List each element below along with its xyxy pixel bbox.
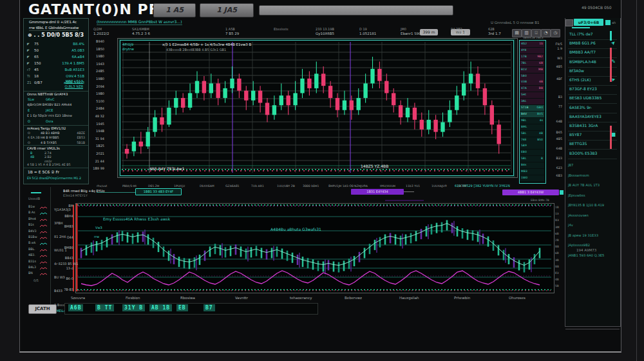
panel-sub-item[interactable]: jBY8135 B 1J10 B.419 xyxy=(568,203,604,207)
panel-sub-item[interactable]: jAsssnovsen xyxy=(568,213,589,217)
x-axis-date-label: 8HPU1JH 1A5-O0 xyxy=(328,184,354,188)
mw-link[interactable]: O.8L3 9Z8 xyxy=(65,84,83,88)
sparkline-icon xyxy=(40,231,48,234)
clock-icon[interactable]: ◷ xyxy=(551,29,560,37)
mw-quote-row[interactable]: r745BuB A51E3 xyxy=(24,67,88,73)
book-icon[interactable]: ⌺ xyxy=(531,29,541,37)
panel-sub-item[interactable]: j4v xyxy=(568,223,573,227)
bezel-line-right xyxy=(636,0,637,361)
titlebar-tab-1[interactable]: 1 A5 xyxy=(153,3,196,17)
dom-row-bid[interactable]: 1W0 xyxy=(520,175,544,181)
bar-chart-icon[interactable]: ▤ xyxy=(512,29,522,37)
mw-symbol-row[interactable]: ⊕ . . 5 D0/0 5B5 8/3 xyxy=(28,32,84,38)
dom-row-bid[interactable]: BML xyxy=(520,124,544,130)
panel-header-button[interactable]: uF3/0+6B xyxy=(574,19,603,26)
dom-row-ask[interactable]: 4G21b xyxy=(520,41,544,47)
mw-quote-row[interactable]: ◤150139.4 1.BM5 xyxy=(24,61,88,67)
panel-teal-square[interactable] xyxy=(605,20,611,25)
mw-secA-row[interactable]: 4JBrO/3M BM3BV B23 AMs44 xyxy=(27,103,71,106)
mini-row[interactable]: BBL. xyxy=(28,248,49,253)
toolbar-pill-1[interactable]: 399 m xyxy=(420,29,438,35)
row-val: Osra xyxy=(46,119,53,123)
titlebar-long-bar[interactable] xyxy=(259,5,453,15)
panel-item[interactable]: B3O0% E53B3 xyxy=(568,150,617,159)
panel-sub-item[interactable]: jBssswmssm xyxy=(568,173,589,177)
mini-row[interactable]: Bhs4 xyxy=(28,217,49,223)
candle-chart-icon[interactable]: ▥ xyxy=(522,29,531,37)
price-scale-label: 4B5 xyxy=(547,137,562,141)
mini-row[interactable]: B As xyxy=(28,211,49,217)
teal-slider[interactable]: 1BB1 33 4B3 EY4F xyxy=(135,188,182,195)
panel-sub-item[interactable]: jB apew 19 31E33 xyxy=(568,233,598,237)
mini-row[interactable]: B4V3 xyxy=(28,229,49,235)
right-axis-label: 5B xyxy=(555,284,559,288)
mini-row[interactable]: BN xyxy=(28,271,49,277)
scrollbar-segment-red[interactable] xyxy=(610,48,612,82)
mini-row-label: B4V3 xyxy=(28,229,37,233)
panel-item[interactable]: 6A5E3% 9r- xyxy=(568,104,617,113)
slider-handle[interactable] xyxy=(560,190,564,195)
dom-row-ask[interactable]: 4Y8 xyxy=(520,48,544,54)
y-axis-label: 31 94 xyxy=(89,137,104,141)
mw-secA-row[interactable]: E 1 Ep 5Dp3r rrcs E23 1Bsow xyxy=(27,114,72,117)
mw-quote-row[interactable]: ◤656A.aB4 xyxy=(24,54,88,61)
mini-row[interactable]: B1w xyxy=(28,205,49,211)
mini-row[interactable]: B.wk xyxy=(28,241,49,247)
titlebar-tab-2[interactable]: 1 JA5 xyxy=(200,3,254,17)
panel-sub-item[interactable]: jEpsvwbss xyxy=(568,193,585,197)
dom-row-ask[interactable]: 5B0 xyxy=(520,73,544,79)
mini-row[interactable]: 4B3. xyxy=(28,253,49,259)
mw-quote-row[interactable]: ◤50A5.0B3 xyxy=(24,48,88,54)
price-scale-label: 64B xyxy=(547,120,562,123)
mw-quote-row[interactable]: ◤75B8.4% xyxy=(24,41,88,48)
panel-item[interactable]: B73GF-8 EY23 xyxy=(568,86,617,95)
scrollbar-segment-red[interactable] xyxy=(610,126,612,149)
panel-item[interactable]: BESB3 UDB33B5 xyxy=(568,95,617,104)
status-segment: A6B xyxy=(68,304,83,311)
panel-sub-item[interactable]: jB AUY 7B AUL 1T3 xyxy=(568,183,600,187)
panel-sub-item[interactable]: jANB1 593 6A0 Q.3E5 xyxy=(568,253,604,257)
dom-price: 47A xyxy=(521,86,527,90)
panel-item[interactable]: BAA5YA3AYEYE3 xyxy=(568,113,617,122)
mw-link[interactable]: MBE LE13 xyxy=(66,79,83,83)
mini-row-label: B.wk xyxy=(28,241,36,244)
dom-row-ask[interactable]: 7BL6B xyxy=(520,61,544,66)
candlestick-chart[interactable] xyxy=(120,41,512,174)
dom-row-bid[interactable]: 74EB50 xyxy=(520,137,544,143)
mw-footer-1[interactable]: 1B = E 5C6 ② Fr xyxy=(28,170,59,174)
status-button[interactable]: JCATH xyxy=(28,304,57,314)
instrument-icon: ◤ xyxy=(27,61,30,65)
mini-row[interactable]: B31s xyxy=(28,260,49,266)
panel-sub-item[interactable]: jB7 xyxy=(568,163,573,167)
panel-sub-item[interactable]: jAptsssss9B2 xyxy=(568,243,590,247)
dom-row-ask[interactable]: 47ABB xyxy=(520,86,544,92)
mw-footer-2[interactable]: E9 5C2 drwsEPOsqGrrnwrrms M1.2 xyxy=(27,177,81,180)
purple-slider-right[interactable]: 4BB1 3 E4Y43W xyxy=(502,190,559,195)
instrument-icon: ◤ xyxy=(27,42,30,46)
panel-gear-icon[interactable] xyxy=(565,19,573,26)
purple-slider-mid[interactable]: 1B31 E4Y434 xyxy=(351,189,404,195)
mini-row[interactable]: B1s xyxy=(28,223,49,229)
dom-row-mid[interactable]: 5T1BGB0 xyxy=(520,105,544,111)
mini-row[interactable]: B1Bw xyxy=(28,235,49,241)
dom-row-bid[interactable]: 5BLB xyxy=(520,156,544,162)
cell-c: 5B1B xyxy=(77,141,85,144)
dom-row-ask[interactable]: V3B4B xyxy=(520,79,544,85)
dom-row-mid[interactable]: B4VBV5 xyxy=(520,112,544,117)
dom-row-bid[interactable]: 5B9 xyxy=(520,143,544,149)
compass-icon[interactable]: ◔ xyxy=(541,29,551,37)
scrollbar-segment-teal[interactable] xyxy=(610,31,612,41)
dom-row-bid[interactable]: MB3 xyxy=(520,169,544,175)
dom-row-ask[interactable]: 3AL xyxy=(520,99,544,104)
y-axis-label: 2021 xyxy=(89,151,104,155)
dom-row-ask[interactable]: 17B9B2 xyxy=(520,54,544,60)
dom-row-bid[interactable]: EB0 xyxy=(520,150,544,155)
dom-row-ask[interactable]: B1VMB xyxy=(520,67,544,73)
dom-row-ask[interactable]: 5Ht xyxy=(520,92,544,98)
dom-row-bid[interactable]: 5BL4B xyxy=(520,131,544,137)
dom-row-bid[interactable]: 9BL4s xyxy=(520,118,544,124)
price-scale-label: 1.9 xyxy=(547,47,562,50)
dom-row-bid[interactable]: B4s xyxy=(520,162,544,168)
mini-row[interactable]: B4L3 xyxy=(28,266,49,271)
quote-qty: 75 xyxy=(34,42,39,46)
